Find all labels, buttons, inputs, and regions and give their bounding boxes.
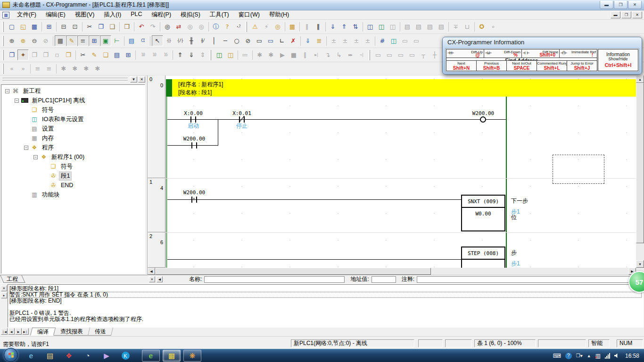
paste-rung-button[interactable]: ❒ (121, 21, 132, 32)
cut-rung-button[interactable]: ✂ (77, 49, 89, 60)
copy-button[interactable]: ❐ (95, 21, 107, 32)
monitor-button[interactable]: ◫ (364, 21, 376, 32)
sma-table-button[interactable]: ▤ (126, 35, 137, 46)
menu-item-9[interactable]: 帮助(H) (264, 10, 294, 20)
hh-monitor-button[interactable]: ◫ (388, 35, 399, 46)
print-button[interactable]: ⊟ (58, 21, 69, 32)
monitor-2-button[interactable]: ◫ (376, 21, 387, 32)
name-input[interactable] (204, 276, 345, 283)
menu-item-4[interactable]: PLC (126, 10, 147, 20)
tree-item-programs[interactable]: −程序 (1, 143, 145, 152)
menu-item-3[interactable]: 插入(I) (99, 10, 126, 20)
toolbar-gripper[interactable] (246, 22, 247, 32)
close-button[interactable]: ✕ (628, 1, 642, 9)
about-button[interactable]: ⓘ (210, 21, 222, 32)
delete-line-button[interactable]: ✗ (288, 35, 299, 46)
mdi-child-icon[interactable]: ▦ (2, 12, 9, 18)
line-vertical-button[interactable]: │ (208, 35, 220, 46)
compile-button[interactable]: ⚠ (249, 21, 261, 32)
output-line-1[interactable]: 警告:SNXT 用作 SET 指令 在条 1 (6, 0) (9, 292, 642, 298)
download-button[interactable]: ⇓ (327, 21, 339, 32)
output-line-3[interactable] (9, 304, 642, 310)
tree-item-program1-symbols[interactable]: 符号 (1, 162, 145, 171)
tree-item-memory[interactable]: 内存 (1, 133, 145, 143)
address-input[interactable] (372, 276, 396, 283)
change-all-button[interactable]: ⇄ (173, 21, 184, 32)
rung-list-button[interactable]: ≡ (77, 35, 89, 46)
compare-button[interactable]: ⇅ (350, 21, 361, 32)
scroll-up-icon[interactable]: ▲ (636, 75, 644, 83)
popup-title[interactable]: CX-Programmer Information (443, 37, 642, 48)
paste-program-button[interactable]: ❐ (6, 49, 17, 60)
window-switch-tray-icon[interactable]: ❐▾ (576, 353, 583, 358)
online-edit-button[interactable]: ▦ (287, 21, 298, 32)
horizontal-scroll-thumb[interactable] (155, 268, 431, 275)
scroll-down-icon[interactable]: ▼ (636, 260, 644, 268)
minimize-button[interactable]: ▬ (600, 1, 613, 9)
cut-button[interactable]: ✂ (84, 21, 95, 32)
browser-button[interactable]: ⊢ (111, 35, 123, 46)
tree-item-settings[interactable]: 设置 (1, 124, 145, 133)
coil-nc-button[interactable]: ⊘ (242, 35, 254, 46)
contact1-address[interactable]: X:0.00 (179, 110, 207, 116)
compile-output-text[interactable]: [梯形图段名称: 段1]警告:SNXT 用作 SET 指令 在条 1 (6, 0… (8, 284, 644, 328)
find-button[interactable]: ◎ (162, 21, 173, 32)
download-options-button[interactable]: ⇓ (302, 35, 314, 46)
network-error-icon[interactable]: ▥ (595, 353, 601, 359)
toolbar-gripper[interactable] (2, 50, 4, 60)
pause-button[interactable]: ‖ (313, 21, 324, 32)
context-help-button[interactable]: ↖? (233, 21, 244, 32)
last-tab-icon[interactable]: ▶❘ (22, 328, 29, 335)
next-tab-icon[interactable]: ▶ (15, 328, 22, 335)
output-expand-icon[interactable]: ▸ (1, 292, 7, 298)
key-set-button[interactable]: ✪ (476, 21, 487, 32)
mdi-minimize-button[interactable]: ▬ (611, 11, 620, 18)
show-hidden-icons-icon[interactable]: ▲ (587, 354, 591, 358)
help-button[interactable]: ? (222, 21, 233, 32)
tree-item-symbols[interactable]: 符号 (1, 105, 145, 115)
k-app-taskbar-icon[interactable]: K (117, 350, 134, 362)
output-tab-1[interactable]: 查找报表 (54, 328, 90, 336)
menu-item-5[interactable]: 编程(P) (147, 10, 176, 20)
keyboard-tray-icon[interactable]: ⌨ (553, 353, 561, 359)
editbar-collapse-icon[interactable]: ◀ (157, 276, 163, 282)
coil-button[interactable]: ○ (231, 35, 242, 46)
go-prev-address-button[interactable]: ⇑ (174, 49, 186, 60)
pinned-media-taskbar-icon[interactable]: ❖ (60, 350, 77, 362)
comment-edit-button[interactable]: ✎ (89, 49, 100, 60)
explorer-taskbar-icon[interactable]: ▤ (41, 350, 58, 362)
branch-contact-address[interactable]: W200.00 (180, 136, 208, 142)
contact-no-button[interactable]: ┤├ (163, 35, 174, 46)
stack-view-button[interactable]: ≣ (314, 35, 325, 46)
expander-icon[interactable]: − (24, 146, 28, 150)
tree-item-section1[interactable]: 段1 (1, 171, 145, 181)
editbar-close-icon[interactable]: ✕ (149, 276, 155, 282)
rung1-header-cell[interactable]: 1 4 (148, 178, 165, 232)
snxt-instruction-block[interactable]: SNXT (009) W0.00 (461, 195, 505, 231)
start-button[interactable] (4, 348, 18, 362)
watch-button[interactable]: ▣ (100, 35, 111, 46)
select-mode-button[interactable]: ↖ (152, 35, 163, 46)
tree-item-io-table[interactable]: IO表和单元设置 (1, 115, 145, 124)
print-preview-button[interactable]: ⊡ (69, 21, 81, 32)
scroll-left-icon[interactable]: ◀ (148, 268, 155, 275)
menu-item-1[interactable]: 编辑(E) (41, 10, 70, 20)
tree-item-plc[interactable]: −新PLC1[CP1H] 离线 (1, 96, 145, 105)
menu-item-7[interactable]: 工具(T) (205, 10, 234, 20)
output-coil[interactable] (480, 116, 486, 123)
vertical-scrollbar[interactable]: ▲ ▼ (636, 75, 644, 268)
help-tray-icon[interactable]: ? (565, 353, 572, 359)
work-online-sim-button[interactable]: ◫ (225, 49, 236, 60)
cx-programmer-information-popup[interactable]: CX-Programmer Information ⊣↑⊢Diff-Up@⊣↓⊢… (442, 37, 642, 74)
rung2-header-cell[interactable]: 2 6 (148, 232, 165, 268)
restore-button[interactable]: ❐ (614, 1, 627, 9)
output-tab-0[interactable]: 编译 (30, 328, 56, 336)
mdi-close-button[interactable]: ✕ (632, 11, 642, 18)
rung1-contact-address[interactable]: W200.00 (180, 189, 208, 196)
find-window-button[interactable]: ⊞ (43, 21, 55, 32)
step-instruction-block[interactable]: STEP (008) (461, 247, 505, 268)
or-contact-no-button[interactable]: ╫ (186, 35, 197, 46)
media-player-taskbar-icon[interactable]: ◔ (79, 350, 96, 362)
undo-button[interactable]: ↶ (136, 21, 147, 32)
new-button[interactable]: ▢ (6, 21, 17, 32)
